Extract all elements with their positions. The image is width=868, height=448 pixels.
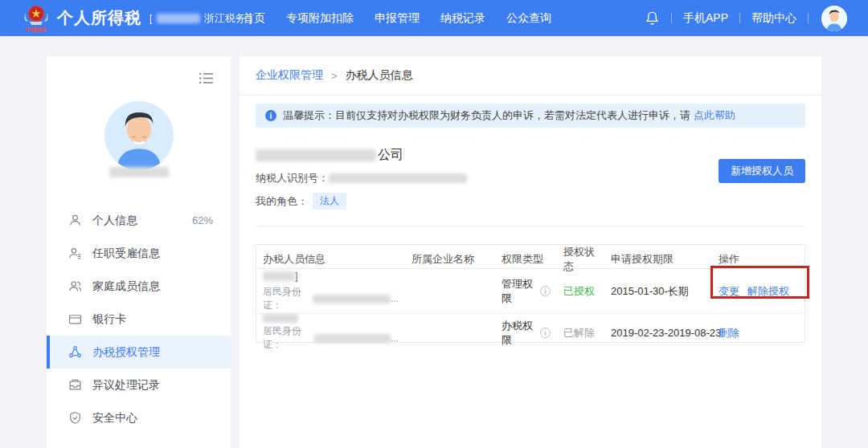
permission-type: 管理权限 <box>502 277 538 306</box>
delete-link[interactable]: 删除 <box>719 326 739 340</box>
person-icon <box>68 214 83 227</box>
notification-bell-icon[interactable] <box>645 10 660 26</box>
sidebar-item-personal-info[interactable]: 个人信息 62% <box>47 204 231 237</box>
nav-public-query[interactable]: 公众查询 <box>506 11 551 26</box>
redacted-username <box>109 167 169 177</box>
collapse-menu-icon[interactable] <box>199 72 213 88</box>
person-info-cell: ] 居民身份证： ... <box>256 270 405 312</box>
taxpayer-id-label: 纳税人识别号： <box>256 171 329 185</box>
person-id: 居民身份证： ... <box>263 324 399 352</box>
redacted-id-number <box>313 295 391 303</box>
sidebar-item-label: 个人信息 <box>92 214 137 228</box>
col-header-operations: 操作 <box>706 245 804 274</box>
table-row: ] 居民身份证： ... 管理权限 i 已授权 2015-01-30-长期 变更… <box>256 269 805 314</box>
header-right: 手机APP 帮助中心 <box>645 0 847 36</box>
breadcrumb-parent-link[interactable]: 企业权限管理 <box>256 68 323 83</box>
profile-completion-percent: 62% <box>192 214 213 226</box>
redacted-id-number <box>314 334 391 343</box>
main-nav: 首页 专项附加扣除 申报管理 纳税记录 公众查询 <box>243 0 551 36</box>
nav-special-deduction[interactable]: 专项附加扣除 <box>286 11 354 26</box>
sidebar-item-bank-card[interactable]: 银行卡 <box>47 303 231 336</box>
sitemap-icon <box>68 345 83 359</box>
change-link[interactable]: 变更 <box>719 284 739 299</box>
id-ellipsis: ... <box>391 332 399 344</box>
redacted-person-name <box>263 271 295 281</box>
sidebar-item-family-members[interactable]: 家庭成员信息 <box>47 270 231 303</box>
section-divider <box>256 226 805 226</box>
id-type-label: 居民身份证： <box>263 324 314 352</box>
revoke-authorization-link[interactable]: 解除授权 <box>747 284 789 299</box>
person-name <box>263 314 399 323</box>
sidebar-item-label: 家庭成员信息 <box>92 279 160 294</box>
add-authorized-person-button[interactable]: 新增授权人员 <box>719 159 805 183</box>
authorized-persons-table: 办税人员信息 所属企业名称 权限类型 授权状态 申请授权期限 操作 ] 居民身份… <box>256 244 805 343</box>
auth-status-cell: 已解除 <box>557 326 604 340</box>
profile-avatar <box>104 101 174 170</box>
region-label: 浙江税务 <box>204 11 246 26</box>
col-header-auth-period: 申请授权期限 <box>604 245 706 274</box>
breadcrumb-current: 办税人员信息 <box>346 68 413 83</box>
sidebar-item-tax-authorization[interactable]: 办税授权管理 <box>47 336 231 369</box>
help-center-link[interactable]: 帮助中心 <box>751 11 796 26</box>
notice-text: 温馨提示：目前仅支持对办税权限为财务负责人的申诉，若需对法定代表人进行申诉，请 <box>283 108 690 123</box>
nav-declare-manage[interactable]: 申报管理 <box>375 11 420 26</box>
main-panel: 企业权限管理 > 办税人员信息 i 温馨提示：目前仅支持对办税权限为财务负责人的… <box>240 56 821 448</box>
col-header-company-name: 所属企业名称 <box>405 245 495 274</box>
operations-cell: 删除 <box>706 326 804 340</box>
nav-tax-records[interactable]: 纳税记录 <box>440 11 485 26</box>
info-circle-icon[interactable]: i <box>540 286 551 296</box>
id-type-label: 居民身份证： <box>263 285 313 312</box>
shield-check-icon <box>68 411 83 425</box>
user-avatar[interactable] <box>821 6 847 31</box>
redacted-company-name <box>256 149 376 161</box>
person-name-suffix: ] <box>295 270 298 282</box>
my-role-line: 我的角色： 法人 <box>256 193 805 210</box>
permission-type: 办税权限 <box>502 319 538 348</box>
person-name: ] <box>263 270 399 282</box>
auth-status-cell: 已授权 <box>557 284 604 299</box>
table-header-row: 办税人员信息 所属企业名称 权限类型 授权状态 申请授权期限 操作 <box>256 245 805 269</box>
top-header: 中国税务 个人所得税 [ 浙江税务 ] 首页 专项附加扣除 申报管理 纳税记录 … <box>0 0 868 36</box>
col-header-permission-type: 权限类型 <box>495 245 557 274</box>
mobile-app-link[interactable]: 手机APP <box>683 11 728 26</box>
sidebar: 个人信息 62% 任职受雇信息 家庭成员信息 银行卡 办税授权管理 <box>47 56 231 448</box>
breadcrumb: 企业权限管理 > 办税人员信息 <box>240 56 821 96</box>
help-here-link[interactable]: 点此帮助 <box>694 108 735 123</box>
app-title: 个人所得税 <box>57 7 141 29</box>
permission-type-cell: 办税权限 i <box>495 319 557 348</box>
info-icon: i <box>265 110 276 121</box>
person-document-icon <box>68 246 83 260</box>
redacted-taxpayer-id <box>329 173 467 183</box>
company-name-suffix: 公司 <box>378 147 403 164</box>
sidebar-item-dispute-records[interactable]: 异议处理记录 <box>47 369 231 401</box>
my-role-label: 我的角色： <box>256 194 308 209</box>
nav-home[interactable]: 首页 <box>243 11 265 26</box>
divider <box>739 13 740 23</box>
redacted-region-prefix <box>157 14 200 23</box>
brand: 中国税务 个人所得税 [ 浙江税务 ] <box>23 3 252 34</box>
bracket-open: [ <box>149 12 153 24</box>
id-ellipsis: ... <box>391 293 399 304</box>
notice-banner: i 温馨提示：目前仅支持对办税权限为财务负责人的申诉，若需对法定代表人进行申诉，… <box>256 104 805 128</box>
sidebar-item-label: 安全中心 <box>92 411 137 426</box>
breadcrumb-separator: > <box>331 70 338 82</box>
info-circle-icon[interactable]: i <box>540 328 551 338</box>
app-subtitle: [ 浙江税务 ] <box>149 11 252 26</box>
sidebar-item-label: 任职受雇信息 <box>92 246 160 261</box>
tax-emblem-logo: 中国税务 <box>23 3 50 34</box>
auth-period-cell: 2019-02-23-2019-08-23 <box>604 327 706 339</box>
table-row: 居民身份证： ... 办税权限 i 已解除 2019-02-23-2019-08… <box>256 314 805 342</box>
auth-period-cell: 2015-01-30-长期 <box>604 284 706 299</box>
sidebar-menu: 个人信息 62% 任职受雇信息 家庭成员信息 银行卡 办税授权管理 <box>47 204 231 434</box>
sidebar-item-security-center[interactable]: 安全中心 <box>47 401 231 434</box>
svg-text:中国税务: 中国税务 <box>26 26 47 33</box>
permission-type-cell: 管理权限 i <box>495 277 557 306</box>
divider <box>808 13 809 23</box>
role-badge: 法人 <box>313 193 346 210</box>
sidebar-item-label: 办税授权管理 <box>92 345 160 360</box>
person-id: 居民身份证： ... <box>263 285 399 312</box>
redacted-person-name <box>263 314 298 323</box>
people-icon <box>68 279 83 293</box>
col-header-auth-status: 授权状态 <box>557 245 604 274</box>
sidebar-item-employment-info[interactable]: 任职受雇信息 <box>47 237 231 270</box>
